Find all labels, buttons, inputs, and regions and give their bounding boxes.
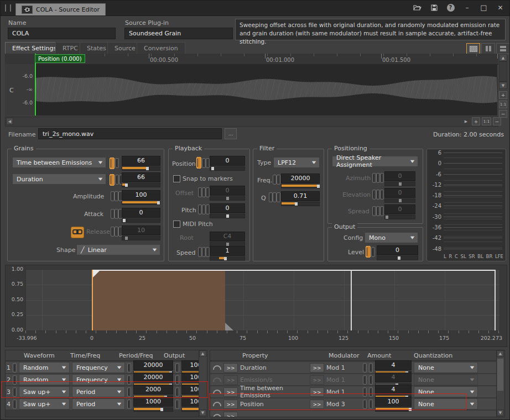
waveform-dropdown[interactable]: Random▼ [19,362,70,373]
modulator-row-3[interactable]: 3 Saw up+▼ Period▼ 2000 100 [6,386,207,397]
modulated-indicator-icon[interactable] [110,174,115,186]
property-table-scrollbar[interactable]: ▲ ▼ [496,350,504,417]
property-row-duration[interactable]: >> Duration >> Mod 1 4 None▼ [210,362,504,373]
position-cursor-badge[interactable]: Position (0.000) [35,54,85,63]
zoom-out-button[interactable]: − [493,117,501,125]
zoom-reset-vertical-button[interactable]: 1:1 [499,101,507,108]
grain-envelope-graph[interactable]: 1.00 0.75 0.50 0.25 0.00 -33.996 0 25 50… [5,265,507,347]
waveform-hscrollbar[interactable]: ◀ ▶ + 1:1 − [5,117,498,127]
layout-split-horizontal-button[interactable] [496,43,510,54]
waveform-dropdown[interactable]: Saw up+▼ [19,398,70,410]
timefreq-dropdown[interactable]: Period▼ [72,386,125,397]
scroll-up-icon[interactable]: ▲ [497,350,504,357]
goto-modulator-button[interactable]: >> [310,363,324,372]
plugin-field[interactable]: Soundseed Grain [124,28,233,39]
scroll-up-icon[interactable]: ▲ [199,350,206,357]
name-field[interactable]: COLA [8,28,116,39]
shape-dropdown[interactable]: ╱ Linear▼ [76,244,160,255]
property-row-emissions[interactable]: >> Emission/s >> Mod 1 4 None▼ [210,374,504,385]
envelope-end-line[interactable] [495,270,496,330]
property-row-partial[interactable]: >> [210,411,504,417]
quantization-dropdown[interactable]: None▼ [414,362,478,373]
scroll-down-icon[interactable]: ▼ [199,410,206,416]
timefreq-dropdown[interactable]: Frequency▼ [72,374,125,385]
zoom-reset-button[interactable]: 1:1 [482,117,491,125]
dock-grip-icon[interactable] [5,4,11,12]
link-attack-release-button[interactable] [71,227,84,238]
snap-to-markers-checkbox[interactable] [173,175,180,182]
grain-param2-dropdown[interactable]: Duration▼ [12,174,106,185]
grain-window-region[interactable] [92,270,225,330]
modulated-indicator-icon[interactable] [110,158,115,169]
goto-property-button[interactable]: >> [223,412,238,418]
save-icon[interactable] [429,3,439,12]
rtpc-indicator-icon[interactable] [115,175,119,185]
end-flag-icon[interactable] [225,323,233,330]
rtpc-indicator-icon[interactable] [115,158,119,168]
level-slider[interactable]: 0 [377,245,418,260]
q-slider[interactable]: 0.71 [281,191,320,206]
envelope-marker-line[interactable] [351,270,352,330]
goto-modulator-button[interactable]: >> [310,400,324,409]
timefreq-dropdown[interactable]: Period▼ [72,398,125,410]
modulated-indicator-icon[interactable] [196,157,201,169]
position-slider[interactable]: 0 [210,156,245,171]
param1-value-slider[interactable]: 66 [122,156,160,171]
scroll-right-icon[interactable]: ▶ [462,118,470,125]
period-freq-slider[interactable]: 1000 [133,397,173,412]
quantization-dropdown[interactable]: None▼ [414,398,478,410]
goto-property-button[interactable]: >> [223,400,238,409]
waveform-vscrollbar[interactable]: ▲ ▼ + 1:1 − [499,54,507,116]
tab-conversion[interactable]: Conversion [137,42,185,54]
help-icon[interactable]: ? [446,3,455,12]
waveform-display[interactable] [35,64,497,116]
freq-slider[interactable]: 20000 [281,174,320,188]
modulated-indicator-icon[interactable] [366,246,371,258]
modulator-row-1[interactable]: 1 Random▼ Frequency▼ 20000 100 [6,362,207,373]
layout-split-vertical-button[interactable] [481,43,495,54]
timefreq-dropdown[interactable]: Frequency▼ [72,362,125,373]
speed-slider[interactable]: 1 [210,246,245,261]
grain-param1-dropdown[interactable]: Time between Emissions▼ [12,157,106,168]
scrollbar-thumb[interactable] [497,358,504,391]
config-dropdown[interactable]: Mono▼ [365,232,418,243]
property-row-position[interactable]: >> Position >> Mod 3 100 None▼ [210,398,504,410]
browse-button[interactable]: ... [225,128,237,139]
goto-property-button[interactable]: >> [223,363,238,372]
quantization-dropdown[interactable]: None▼ [414,386,478,397]
modulator-row-2[interactable]: 2 Random▼ Frequency▼ 20000 100 [6,374,207,385]
zoom-in-button[interactable]: + [472,117,480,125]
attack-slider[interactable]: 0 [122,208,160,223]
property-row-time-between-emissions[interactable]: >> Time between Emissions >> Mod 1 4 Non… [210,386,504,397]
maximize-icon[interactable]: □ [479,3,488,12]
open-icon[interactable] [413,3,422,12]
filter-type-dropdown[interactable]: LPF12▼ [273,157,320,168]
window-tab[interactable]: COLA - Source Editor [15,3,106,15]
amplitude-slider[interactable]: 100 [122,190,160,205]
param2-value-slider[interactable]: 66 [122,172,160,187]
positioning-mode-dropdown[interactable]: Direct Speaker Assignment▼ [332,156,418,167]
scroll-down-icon[interactable]: ▼ [499,82,507,89]
layout-single-button[interactable] [466,43,480,54]
goto-property-button[interactable]: >> [223,387,238,397]
pitch-slider[interactable]: 0 [210,203,245,218]
minimize-icon[interactable]: – [462,3,472,12]
scroll-up-icon[interactable]: ▲ [499,54,507,61]
modulator-row-4[interactable]: 4 Saw up+▼ Period▼ 1000 100 [6,398,207,410]
scroll-down-icon[interactable]: ▼ [497,410,504,416]
amount-slider[interactable]: 100 [375,397,412,412]
close-icon[interactable]: ✕ [496,3,505,12]
notes-box[interactable]: Sweeping offset across file with origina… [235,19,506,40]
start-flag-icon[interactable] [93,270,101,277]
midi-pitch-checkbox[interactable] [173,221,180,228]
waveform-dropdown[interactable]: Random▼ [19,374,70,385]
zoom-in-vertical-button[interactable]: + [499,91,507,99]
filename-field[interactable]: tri_2s_mono.wav [38,128,222,139]
modulator-table-scrollbar[interactable]: ▲ ▼ [199,350,207,417]
goto-modulator-button[interactable]: >> [310,387,324,397]
envelope-plot[interactable] [25,269,500,331]
waveform-dropdown[interactable]: Saw up+▼ [19,386,70,397]
scroll-left-icon[interactable]: ◀ [6,118,13,125]
envelope-start-line[interactable] [92,270,93,330]
zoom-out-vertical-button[interactable]: − [499,110,507,118]
